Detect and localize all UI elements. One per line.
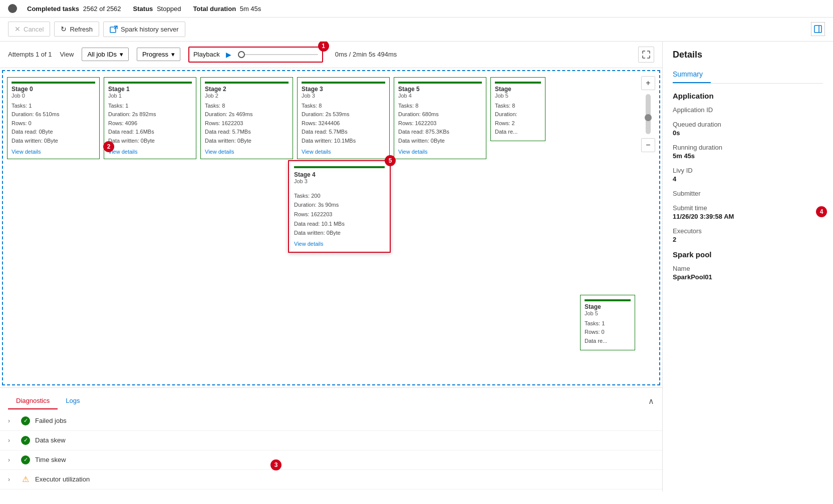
chevron-down-icon: ▾	[171, 51, 175, 58]
annotation-1: 1	[318, 42, 329, 52]
collapse-button[interactable]: ∧	[648, 396, 654, 406]
stage-1-info: Tasks: 1 Duration: 2s 892ms Rows: 4096 D…	[108, 102, 192, 146]
tab-logs[interactable]: Logs	[58, 393, 88, 409]
annotation-4: 4	[816, 206, 827, 217]
zoom-in-button[interactable]: +	[641, 76, 655, 90]
panel-toggle-button[interactable]	[811, 22, 825, 36]
stage-5-info: Tasks: 8 Duration: 680ms Rows: 1622203 D…	[398, 102, 482, 146]
right-panel: Details Summary Application Application …	[663, 42, 833, 491]
stage-card-1: Stage 1 Job 1 Tasks: 1 Duration: 2s 892m…	[104, 77, 196, 159]
diagnostics-panel: Diagnostics Logs ∧ › ✓ Failed jobs › ✓ D…	[0, 387, 662, 491]
submitter-field: Submitter	[673, 190, 823, 197]
diag-item-failed-jobs[interactable]: › ✓ Failed jobs	[0, 411, 662, 431]
stage-canvas[interactable]: 2 Stage 0 Job 0 Tasks: 1 Duration: 6s 51…	[2, 70, 660, 385]
diagnostics-tabs: Diagnostics Logs	[8, 393, 88, 409]
stage-card-0: Stage 0 Job 0 Tasks: 1 Duration: 6s 510m…	[7, 77, 100, 159]
stage-0-info: Tasks: 1 Duration: 6s 510ms Rows: 0 Data…	[12, 102, 95, 146]
view-label: View	[60, 51, 74, 58]
details-tabs: Summary	[673, 66, 823, 84]
play-button[interactable]: ▶	[224, 50, 234, 60]
annotation-2: 2	[103, 141, 114, 152]
playback-section: Playback ▶ 1	[188, 47, 323, 63]
chevron-down-icon: ▾	[120, 51, 123, 58]
spark-pool-section: Spark pool Name SparkPool01	[673, 250, 823, 281]
left-content: Attempts 1 of 1 View All job IDs ▾ Progr…	[0, 42, 663, 491]
application-heading: Application	[673, 92, 823, 100]
stage-card-5: Stage 5 Job 4 Tasks: 8 Duration: 680ms R…	[394, 77, 486, 159]
check-icon: ✓	[21, 436, 30, 445]
refresh-icon: ↻	[61, 25, 67, 33]
top-bar: Completed tasks 2562 of 2562 Status Stop…	[0, 0, 833, 18]
toolbar: ✕ Cancel ↻ Refresh Spark history server	[0, 18, 833, 42]
zoom-controls: + −	[641, 76, 655, 152]
chevron-icon: ›	[8, 417, 16, 424]
submit-time-field: Submit time 11/26/20 3:39:58 AM	[673, 204, 823, 220]
cancel-icon: ✕	[15, 25, 21, 33]
chevron-icon: ›	[8, 476, 16, 483]
stage-card-partial-bottom: Stage Job 5 Tasks: 1 Rows: 0 Data re...	[580, 295, 635, 350]
running-duration-field: Running duration 5m 45s	[673, 144, 823, 160]
spark-pool-heading: Spark pool	[673, 250, 823, 259]
stage-5-view-details[interactable]: View details	[398, 149, 482, 155]
time-display: 0ms / 2min 5s 494ms	[335, 51, 397, 58]
diagnostics-header: Diagnostics Logs ∧	[0, 388, 662, 409]
status-stat: Status Stopped	[133, 5, 181, 13]
attempts-header: Attempts 1 of 1 View All job IDs ▾ Progr…	[0, 42, 662, 68]
stage-2-view-details[interactable]: View details	[205, 149, 289, 155]
stop-icon	[8, 4, 17, 13]
application-section: Application Application ID Queued durati…	[673, 92, 823, 243]
chevron-icon: ›	[8, 437, 16, 444]
svg-rect-0	[10, 6, 15, 11]
spark-history-button[interactable]: Spark history server	[103, 22, 185, 37]
executors-field: Executors 2	[673, 227, 823, 243]
progress-dropdown[interactable]: Progress ▾	[137, 48, 180, 61]
main-layout: Attempts 1 of 1 View All job IDs ▾ Progr…	[0, 42, 833, 491]
tab-diagnostics[interactable]: Diagnostics	[8, 393, 58, 409]
playback-slider[interactable]	[238, 54, 318, 55]
svg-rect-2	[814, 26, 821, 33]
check-icon: ✓	[21, 416, 30, 425]
stage-0-view-details[interactable]: View details	[12, 149, 95, 155]
stage-4-info: Tasks: 200 Duration: 3s 90ms Rows: 16222…	[294, 191, 385, 238]
stage-3-view-details[interactable]: View details	[302, 149, 385, 155]
stage-2-info: Tasks: 8 Duration: 2s 469ms Rows: 162220…	[205, 102, 289, 146]
stage-card-partial-top: Stage Job 5 Tasks: 8 Duration: Rows: 2 D…	[490, 77, 545, 141]
stage-card-3: Stage 3 Job 3 Tasks: 8 Duration: 2s 539m…	[297, 77, 390, 159]
diag-item-data-skew[interactable]: › ✓ Data skew	[0, 431, 662, 450]
tab-summary[interactable]: Summary	[673, 66, 711, 83]
refresh-button[interactable]: ↻ Refresh	[54, 22, 99, 37]
queued-duration-field: Queued duration 0s	[673, 121, 823, 137]
stage-4-view-details[interactable]: View details	[294, 241, 385, 247]
application-id-field: Application ID	[673, 106, 823, 114]
playback-label: Playback	[193, 51, 220, 58]
external-link-icon	[110, 25, 118, 34]
fullscreen-button[interactable]	[638, 47, 654, 63]
details-title: Details	[673, 50, 823, 60]
annotation-5: 5	[385, 155, 396, 166]
diag-item-time-skew[interactable]: › ✓ Time skew	[0, 450, 662, 470]
stage-card-2: Stage 2 Job 2 Tasks: 8 Duration: 2s 469m…	[200, 77, 293, 159]
check-icon: ✓	[21, 455, 30, 464]
completed-tasks-stat: Completed tasks 2562 of 2562	[27, 5, 121, 13]
zoom-slider[interactable]	[646, 94, 651, 134]
stage-3-info: Tasks: 8 Duration: 2s 539ms Rows: 324440…	[302, 102, 385, 146]
livy-id-field: Livy ID 4	[673, 167, 823, 183]
pool-name-field: Name SparkPool01	[673, 265, 823, 281]
warning-icon: ⚠	[21, 475, 30, 484]
zoom-out-button[interactable]: −	[641, 138, 655, 152]
diagnostics-items: › ✓ Failed jobs › ✓ Data skew › ✓ Time s…	[0, 409, 662, 491]
duration-stat: Total duration 5m 45s	[193, 5, 261, 13]
stats-bar: Completed tasks 2562 of 2562 Status Stop…	[27, 5, 261, 13]
chevron-icon: ›	[8, 456, 16, 463]
all-job-ids-dropdown[interactable]: All job IDs ▾	[82, 48, 129, 61]
cancel-button[interactable]: ✕ Cancel	[8, 22, 50, 37]
attempts-text: Attempts 1 of 1	[8, 51, 52, 58]
annotation-3: 3	[270, 459, 282, 470]
stage-1-view-details[interactable]: View details	[108, 149, 192, 155]
stage-card-4-highlight: Stage 4 Job 3 Tasks: 200 Duration: 3s 90…	[288, 160, 391, 253]
diag-item-executor[interactable]: › ⚠ Executor utilization	[0, 470, 662, 489]
